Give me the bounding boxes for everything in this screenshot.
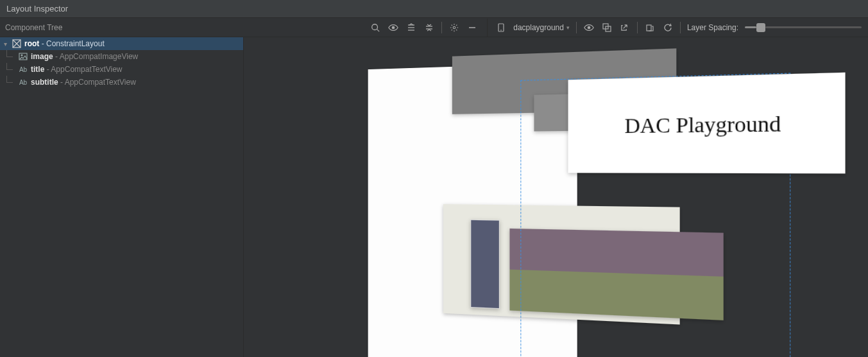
tree-root-row[interactable]: ▾ root - ConstraintLayout (0, 37, 243, 50)
export-icon[interactable] (619, 22, 631, 33)
svg-rect-15 (647, 25, 651, 31)
sub-header: Component Tree dacplayground ▾ (0, 18, 868, 37)
text-icon: Ab (18, 79, 28, 86)
collapse-icon[interactable] (423, 22, 435, 33)
layer-chip[interactable] (470, 220, 500, 309)
overlay-icon[interactable] (601, 22, 613, 33)
viewer-column: DAC Playground (244, 37, 868, 357)
component-tree-panel-title: Component Tree (0, 23, 141, 32)
separator (441, 22, 442, 33)
node-type: AppCompatImageView (60, 52, 139, 61)
title-text: DAC Playground (624, 111, 781, 138)
tree-item[interactable]: image - AppCompatImageView (14, 50, 243, 63)
viewer-toolbar: dacplayground ▾ Layer Spacing: (488, 19, 868, 37)
svg-point-8 (453, 26, 455, 29)
minimize-icon[interactable] (466, 22, 478, 33)
layer-spacing-slider[interactable] (745, 23, 862, 32)
chevron-down-icon: ▾ (566, 24, 570, 31)
svg-point-18 (21, 55, 22, 56)
node-type: AppCompatTextView (51, 65, 122, 74)
node-type: ConstraintLayout (46, 39, 105, 48)
layer-title-card[interactable]: DAC Playground (568, 73, 846, 173)
svg-point-2 (392, 26, 395, 29)
node-name: subtitle (31, 78, 58, 87)
device-icon[interactable] (495, 22, 507, 33)
tree-item[interactable]: Ab title - AppCompatTextView (14, 63, 243, 76)
node-name: image (31, 52, 53, 61)
layout-3d-viewer[interactable]: DAC Playground (244, 37, 868, 357)
eye-icon[interactable] (583, 22, 595, 33)
layer-image[interactable] (509, 229, 723, 320)
layer-spacing-label: Layer Spacing: (687, 23, 738, 32)
component-tree: ▾ root - ConstraintLayout image - AppCom… (0, 37, 244, 357)
text-icon: Ab (18, 66, 28, 73)
process-selector[interactable]: dacplayground ▾ (513, 23, 570, 32)
svg-point-0 (372, 24, 378, 30)
main: ▾ root - ConstraintLayout image - AppCom… (0, 37, 868, 357)
tree-child-wrapper: Ab subtitle - AppCompatTextView (0, 76, 243, 89)
visibility-icon[interactable] (387, 22, 399, 33)
tree-toolbar (370, 22, 482, 33)
tree-child-wrapper: image - AppCompatImageView (0, 50, 243, 63)
chevron-down-icon[interactable]: ▾ (4, 40, 12, 48)
svg-point-12 (588, 26, 590, 29)
slider-handle[interactable] (756, 23, 765, 32)
window-title: Layout Inspector (6, 4, 68, 13)
window-title-bar: Layout Inspector (0, 0, 868, 18)
search-icon[interactable] (370, 22, 381, 33)
node-name: root (24, 39, 39, 48)
tree-child-wrapper: Ab title - AppCompatTextView (0, 63, 243, 76)
gear-icon[interactable] (448, 22, 460, 33)
node-type: AppCompatTextView (65, 78, 136, 87)
expand-icon[interactable] (405, 22, 417, 33)
image-icon (18, 53, 28, 60)
node-name: title (31, 65, 44, 74)
process-name: dacplayground (513, 23, 564, 32)
layout-icon (12, 39, 22, 48)
tree-item[interactable]: Ab subtitle - AppCompatTextView (14, 76, 243, 89)
live-update-icon[interactable] (644, 22, 656, 33)
refresh-icon[interactable] (662, 22, 674, 33)
svg-line-1 (377, 29, 380, 31)
